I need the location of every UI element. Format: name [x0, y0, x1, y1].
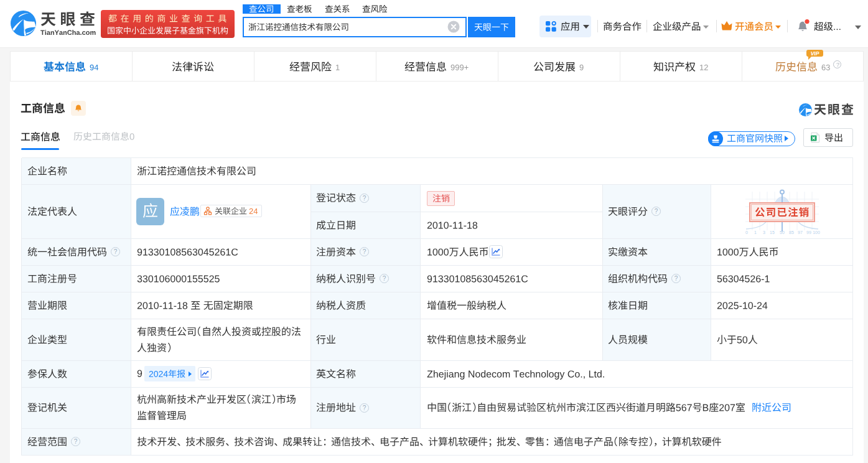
svg-text:?: ? — [383, 275, 386, 282]
svg-text:85: 85 — [789, 230, 794, 235]
svg-text:100: 100 — [813, 230, 820, 235]
svg-text:?: ? — [363, 405, 366, 411]
svg-text:0: 0 — [745, 230, 748, 235]
svg-text:?: ? — [363, 195, 366, 202]
svg-text:97: 97 — [798, 230, 803, 235]
svg-text:?: ? — [73, 438, 77, 445]
svg-text:15: 15 — [770, 230, 775, 235]
svg-text:3: 3 — [763, 230, 765, 235]
svg-text:VIP: VIP — [811, 50, 819, 57]
svg-text:99: 99 — [806, 230, 811, 235]
svg-text:?: ? — [113, 248, 117, 255]
svg-text:?: ? — [674, 275, 678, 282]
svg-text:1: 1 — [754, 230, 757, 235]
svg-text:50: 50 — [780, 230, 785, 235]
svg-text:?: ? — [655, 208, 658, 215]
svg-text:?: ? — [363, 248, 366, 255]
